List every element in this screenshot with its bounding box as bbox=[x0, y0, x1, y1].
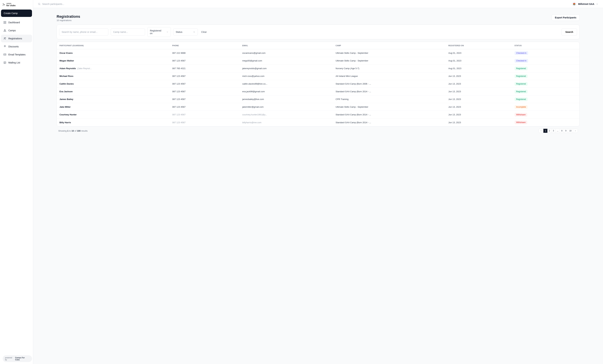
list-icon bbox=[3, 61, 6, 64]
status-badge: Registered bbox=[515, 82, 528, 86]
discounts-icon bbox=[3, 45, 6, 48]
pagination-page[interactable]: 3 bbox=[551, 129, 556, 133]
svg-rect-3 bbox=[5, 23, 6, 24]
table-row[interactable]: Jake Miller087 123 4567jakemiller@gmail.… bbox=[57, 103, 579, 111]
pagination-page[interactable]: 1 bbox=[543, 129, 547, 133]
cell: courtney.hunter1991@y... bbox=[242, 113, 336, 116]
table-row[interactable]: Courtney Hunter087 123 4567courtney.hunt… bbox=[57, 111, 579, 119]
cell: 087 123 4567 bbox=[172, 90, 242, 93]
filter-search-button[interactable]: Search bbox=[561, 28, 577, 35]
cell: 087 123 4567 bbox=[172, 59, 242, 62]
cell-participant: Adam Reynolds (Jake Reynol... bbox=[59, 67, 172, 70]
pagination-page[interactable]: 2 bbox=[547, 129, 552, 133]
cell: All Ireland Mini League bbox=[336, 75, 448, 77]
cell-status: Checked-In bbox=[515, 59, 577, 63]
filter-clear-button[interactable]: Clear bbox=[200, 29, 208, 35]
logo-icon bbox=[3, 3, 5, 6]
col-status: STATUS bbox=[515, 45, 577, 46]
org-avatar: 🏟️ bbox=[572, 2, 577, 6]
table-row[interactable]: Megan Walker087 123 4567megs00@gmail.com… bbox=[57, 57, 579, 65]
pagination-page[interactable]: 9 bbox=[564, 129, 568, 133]
cell: Aug 01, 2023 bbox=[448, 67, 515, 70]
cell: mich.ross@yahoo.com bbox=[242, 75, 336, 77]
status-badge: Registered bbox=[515, 74, 528, 78]
sidebar-item-label: Mailing List bbox=[8, 61, 20, 64]
cell-participant: Courtney Hunter bbox=[59, 113, 172, 116]
filter-registered-on-select[interactable]: Registered on bbox=[147, 27, 171, 37]
filter-status-select[interactable]: Status bbox=[173, 28, 198, 35]
org-switcher[interactable]: 🏟️ Millstreet GAA bbox=[572, 2, 598, 6]
cell: 087 123 4567 bbox=[172, 75, 242, 77]
table-footer: Showing 1 to 10 of 100 results 123...891… bbox=[57, 126, 580, 133]
status-badge: Registered bbox=[515, 90, 528, 93]
table-row[interactable]: Caitlin Davies087 123 4567caitlin.davies… bbox=[57, 80, 579, 88]
table-row[interactable]: Billy Harris087 123 4567billyharris@me.c… bbox=[57, 119, 579, 126]
cell: Ultimate Skills Camp - September bbox=[336, 52, 448, 54]
sidebar-item-label: Registrations bbox=[8, 37, 22, 40]
registrations-table: PARTICIPANT (GUARDIAN) PHONE EMAIL CAMP … bbox=[57, 42, 580, 126]
table-row[interactable]: Eva Jackson087 123 4567eva.jack98@gmail.… bbox=[57, 88, 579, 95]
sidebar-item-label: Discounts bbox=[8, 45, 19, 48]
cell: oscarevans@gmail.com bbox=[242, 52, 336, 54]
status-badge: Incomplete bbox=[515, 105, 528, 109]
cell: 087 123 4567 bbox=[172, 98, 242, 101]
table-body: Oscar Evans087 222 8888oscarevans@gmail.… bbox=[57, 49, 579, 126]
cell: megs00@gmail.com bbox=[242, 59, 336, 62]
chevron-right-icon bbox=[574, 130, 576, 132]
sidebar-item-email-templates[interactable]: Email Templates bbox=[1, 51, 32, 58]
status-badge: Checked-In bbox=[515, 51, 528, 55]
sidebar-item-discounts[interactable]: Discounts bbox=[1, 43, 32, 50]
table-row[interactable]: Oscar Evans087 222 8888oscarevans@gmail.… bbox=[57, 49, 579, 57]
cell: 087 123 4567 bbox=[172, 82, 242, 85]
status-badge: Withdrawn bbox=[515, 121, 527, 124]
pagination-page[interactable]: 8 bbox=[560, 129, 564, 133]
sidebar-item-registrations[interactable]: Registrations bbox=[1, 35, 32, 42]
col-camp: CAMP bbox=[336, 45, 448, 46]
cell: Nursery Camp (Age 5-7) bbox=[336, 67, 448, 70]
svg-point-5 bbox=[5, 37, 6, 38]
col-email: EMAIL bbox=[242, 45, 336, 46]
cell-status: Registered bbox=[515, 74, 577, 78]
status-badge: Registered bbox=[515, 97, 528, 101]
brand-line2: for clubs bbox=[6, 4, 16, 7]
sidebar: camps for clubs Create Camp Dashboard Ca… bbox=[0, 0, 33, 364]
svg-rect-6 bbox=[4, 54, 6, 56]
main-nav: Dashboard Camps Registrations Discounts … bbox=[1, 19, 32, 355]
table-row[interactable]: Adam Reynolds (Jake Reynol...087 765 432… bbox=[57, 65, 579, 72]
cell-status: Registered bbox=[515, 82, 577, 86]
status-badge: Registered bbox=[515, 67, 528, 70]
global-search-input[interactable] bbox=[42, 3, 93, 5]
cell-participant: Oscar Evans bbox=[59, 52, 172, 54]
search-icon bbox=[38, 3, 41, 5]
create-camp-button[interactable]: Create Camp bbox=[1, 10, 32, 17]
filter-camp-input[interactable] bbox=[111, 28, 145, 35]
pagination-page[interactable]: 10 bbox=[568, 129, 573, 133]
cell: caitlin.davies99@live.co... bbox=[242, 82, 336, 85]
page-title: Registrations bbox=[57, 14, 80, 19]
cell: CPR Training bbox=[336, 98, 448, 101]
svg-line-12 bbox=[40, 4, 40, 5]
cell: Jun 13, 2023 bbox=[448, 113, 515, 116]
cell: Jun 13, 2023 bbox=[448, 98, 515, 101]
sidebar-item-dashboard[interactable]: Dashboard bbox=[1, 19, 32, 26]
svg-rect-0 bbox=[4, 21, 4, 22]
export-participants-button[interactable]: Export Participants bbox=[552, 14, 580, 21]
cell-status: Checked-In bbox=[515, 51, 577, 55]
table-row[interactable]: James Bailey087 123 4567jamesbailey@live… bbox=[57, 95, 579, 103]
chevron-down-icon bbox=[166, 31, 168, 33]
filter-search-input[interactable] bbox=[59, 28, 108, 35]
sidebar-item-camps[interactable]: Camps bbox=[1, 27, 32, 34]
topbar: 🏟️ Millstreet GAA bbox=[33, 0, 603, 8]
cell-status: Registered bbox=[515, 67, 577, 70]
col-participant: PARTICIPANT (GUARDIAN) bbox=[59, 45, 172, 46]
guardian-name: (Jake Reynol... bbox=[77, 67, 92, 70]
cell: Aug 01, 2023 bbox=[448, 52, 515, 54]
cell-participant: Billy Harris bbox=[59, 121, 172, 124]
sidebar-item-mailing-list[interactable]: Mailing List bbox=[1, 59, 32, 67]
filter-bar: Registered on Status Clear Search bbox=[57, 25, 580, 39]
pagination-prev[interactable] bbox=[538, 129, 544, 133]
cell: Standard GAA Camp (Born 2014 - ... bbox=[336, 121, 448, 124]
pagination-next[interactable] bbox=[573, 129, 578, 133]
sidebar-item-label: Dashboard bbox=[8, 21, 20, 24]
table-row[interactable]: Michael Ross087 123 4567mich.ross@yahoo.… bbox=[57, 72, 579, 80]
